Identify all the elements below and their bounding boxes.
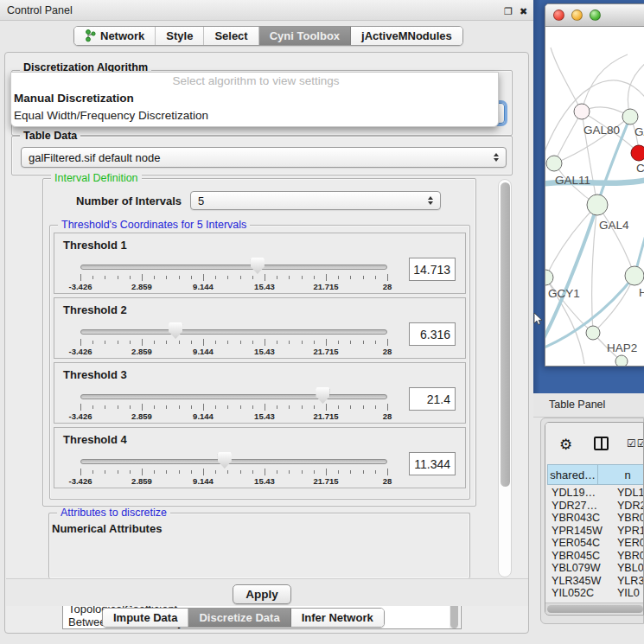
gear-icon[interactable]: ⚙	[559, 436, 572, 454]
table-row[interactable]: YDL19…YDL1	[547, 487, 644, 500]
slider-ticks	[80, 403, 387, 411]
table-header-row: shared… n	[547, 464, 644, 485]
float-window-icon[interactable]: ❐	[504, 6, 513, 17]
slider-track[interactable]	[80, 329, 387, 335]
threshold-3-value[interactable]: 21.4	[409, 387, 456, 411]
node-label: GAL4	[599, 219, 629, 232]
table-row[interactable]: YBR043CYBR0	[547, 512, 644, 525]
node-label: GA	[634, 125, 644, 138]
number-of-intervals-combobox[interactable]: 5	[190, 191, 441, 210]
network-view-window: GAL80 GA C GAL11 GAL4 GCY1 H HAP2	[545, 3, 644, 367]
table-row[interactable]: YDR27…YDR2	[547, 500, 644, 513]
tab-discretize-data[interactable]: Discretize Data	[188, 609, 290, 627]
table-horizontal-scrollbar[interactable]	[545, 603, 644, 614]
table-panel-titlebar: Table Panel	[533, 393, 644, 418]
table-rows: YDL19…YDL1 YDR27…YDR2 YBR043CYBR0 YPR145…	[547, 487, 644, 600]
threshold-4-slider[interactable]: -3.426 2.859 9.144 15.43 21.715 28	[80, 454, 387, 483]
zoom-traffic-light-icon[interactable]	[590, 10, 601, 21]
column-header-shared-name[interactable]: shared…	[547, 464, 598, 485]
threshold-4-label: Threshold 4	[63, 433, 127, 446]
table-data-selected: galFiltered.sif default node	[29, 151, 160, 164]
mouse-cursor-icon	[533, 313, 544, 327]
tab-infer-network[interactable]: Infer Network	[291, 609, 384, 627]
node-label: GCY1	[548, 287, 580, 300]
slider-track[interactable]	[80, 265, 387, 270]
dropdown-placeholder-item[interactable]: Select algorithm to view settings	[11, 73, 498, 90]
algorithm-dropdown-popup: Select algorithm to view settings Manual…	[10, 72, 499, 127]
threshold-1-slider[interactable]: -3.426 2.859 9.144 15.43 21.715 28	[80, 259, 387, 289]
panel-scrollbar-thumb[interactable]	[501, 182, 510, 487]
tab-cyni-toolbox[interactable]: Cyni Toolbox	[259, 27, 351, 45]
table-data-combobox[interactable]: galFiltered.sif default node	[21, 147, 507, 168]
threshold-3-label: Threshold 3	[63, 368, 127, 381]
slider-thumb[interactable]	[251, 258, 265, 274]
table-row[interactable]: YER054CYER0	[547, 537, 644, 550]
network-window-titlebar[interactable]	[545, 4, 644, 27]
table-row[interactable]: YPR145WYPR1	[547, 525, 644, 538]
node-label: GAL80	[583, 124, 620, 137]
table-toolbar: ⚙ ☑☑	[545, 423, 643, 464]
slider-thumb[interactable]	[169, 322, 182, 339]
interval-definition-title: Interval Definition	[51, 172, 142, 184]
numerical-attributes-label: Numerical Attributes	[52, 522, 162, 535]
column-header-name[interactable]: n	[598, 464, 644, 485]
minimize-traffic-light-icon[interactable]	[571, 10, 583, 21]
slider-thumb[interactable]	[218, 452, 232, 469]
combo-stepper-icon	[492, 148, 501, 167]
close-icon[interactable]: ✖	[520, 6, 527, 17]
close-traffic-light-icon[interactable]	[553, 10, 564, 21]
node-label: H	[639, 286, 644, 299]
table-hscrollbar-thumb[interactable]	[547, 605, 643, 613]
node-h	[625, 266, 644, 285]
node-label: C	[636, 162, 644, 175]
network-node-labels: GAL80 GA C GAL11 GAL4 GCY1 H HAP2	[548, 124, 644, 354]
table-row[interactable]: YBR045CYBR0	[547, 550, 644, 563]
node-gcy1	[545, 270, 553, 285]
node-gal80	[574, 104, 590, 119]
node-hap2	[586, 326, 600, 340]
network-icon	[85, 29, 96, 42]
slider-track[interactable]	[80, 394, 387, 399]
threshold-4-row: Threshold 4 -3.426 2.859 9.144 15.43 21.…	[54, 427, 466, 488]
thresholds-group: Threshold's Coordinates for 5 Intervals …	[49, 225, 470, 500]
thresholds-group-title: Threshold's Coordinates for 5 Intervals	[58, 219, 250, 231]
node-small	[615, 355, 628, 367]
tab-select[interactable]: Select	[204, 27, 258, 45]
control-panel-titlebar: Control Panel ❐ ✖	[0, 0, 533, 21]
tab-style[interactable]: Style	[156, 27, 204, 45]
network-canvas[interactable]: GAL80 GA C GAL11 GAL4 GCY1 H HAP2	[545, 27, 644, 367]
threshold-4-value[interactable]: 11.344	[409, 452, 456, 475]
threshold-1-row: Threshold 1 -3.426 2.859 9.144 15.43 21.…	[54, 233, 466, 294]
dropdown-item-equal-width-frequency[interactable]: Equal Width/Frequency Discretization	[11, 107, 498, 124]
tab-network[interactable]: Network	[74, 27, 156, 45]
combo-stepper-icon	[426, 192, 435, 209]
threshold-2-value[interactable]: 6.316	[409, 322, 456, 346]
threshold-1-value[interactable]: 14.713	[409, 258, 456, 281]
slider-thumb[interactable]	[316, 387, 329, 404]
control-panel-title: Control Panel	[7, 4, 73, 16]
node-gal4	[587, 194, 608, 215]
panel-scrollbar[interactable]	[498, 179, 512, 577]
node-highlighted-red	[631, 145, 644, 161]
threshold-3-slider[interactable]: -3.426 2.859 9.144 15.43 21.715 28	[80, 389, 387, 418]
table-row[interactable]: YBL079WYBL0	[547, 562, 644, 575]
table-data-group: Table Data galFiltered.sif default node	[11, 136, 513, 175]
attributes-group-title: Attributes to discretize	[57, 507, 170, 519]
apply-button[interactable]: Apply	[233, 584, 291, 604]
node-ga	[622, 109, 638, 124]
dropdown-item-manual-discretization[interactable]: Manual Discretization	[11, 90, 498, 107]
node-label: HAP2	[607, 341, 637, 354]
slider-track[interactable]	[80, 459, 387, 464]
tab-jactivemnodules[interactable]: jActiveMNodules	[351, 27, 462, 45]
number-of-intervals-label: Number of Intervals	[76, 194, 182, 207]
table-row[interactable]: YLR345WYLR3	[547, 575, 644, 588]
tab-impute-data[interactable]: Impute Data	[103, 609, 188, 627]
table-row[interactable]: YIL052CYIL0	[547, 587, 644, 600]
select-columns-checkboxes-icon[interactable]: ☑☑	[627, 437, 644, 450]
slider-ticks	[80, 338, 387, 346]
threshold-3-row: Threshold 3 -3.426 2.859 9.144 15.43 21.…	[54, 362, 466, 424]
control-panel-tabbar: Network Style Select Cyni Toolbox jActiv…	[73, 26, 463, 46]
threshold-2-slider[interactable]: -3.426 2.859 9.144 15.43 21.715 28	[80, 324, 387, 354]
columns-icon[interactable]	[594, 437, 609, 450]
threshold-2-row: Threshold 2 -3.426 2.859 9.144 15.43 21.…	[54, 297, 466, 359]
